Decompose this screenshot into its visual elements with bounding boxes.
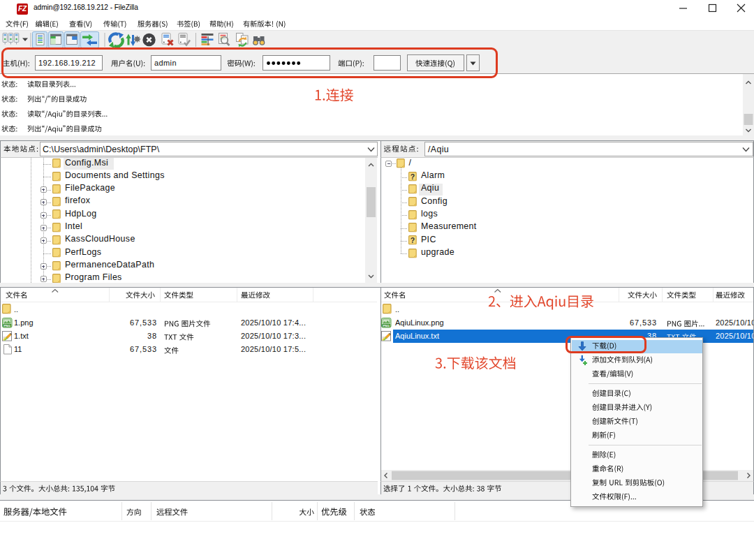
svg-text:PNG: PNG [3,323,10,327]
svg-text:PNG: PNG [383,323,390,327]
svg-text:?: ? [410,236,414,244]
svg-text:?: ? [410,172,414,180]
